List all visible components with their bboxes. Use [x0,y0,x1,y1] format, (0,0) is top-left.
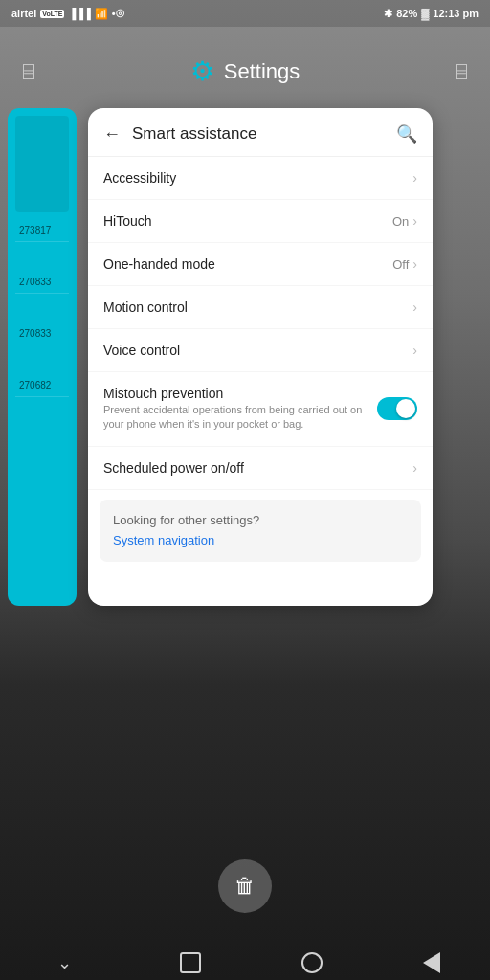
menu-label-motion: Motion control [103,300,405,315]
menu-item-one-handed[interactable]: One-handed mode Off › [88,243,433,286]
left-card-content: 273817 270833 270833 270682 [8,108,77,405]
time-label: 12:13 pm [433,8,479,19]
battery-percent: 82% [396,8,417,19]
menu-item-left-one-handed: One-handed mode [103,256,392,272]
signal-icon: ▐▐▐ [68,8,90,19]
smart-assistance-card: ← Smart assistance 🔍 Accessibility › HiT… [88,108,433,606]
menu-item-right-accessibility: › [412,170,417,186]
menu-item-accessibility[interactable]: Accessibility › [88,157,433,200]
settings-center: ⚙ Settings [190,56,301,87]
menu-item-right-motion: › [412,300,417,315]
back-button[interactable]: ← [103,124,121,145]
grid-right-icon[interactable]: ⌸ [456,60,467,82]
status-left: airtel VoLTE ▐▐▐ 📶 •⦾ [11,8,124,20]
menu-item-left-scheduled: Scheduled power on/off [103,460,412,476]
toggle-knob [396,399,415,418]
menu-item-left-voice: Voice control [103,343,412,358]
chevron-motion: › [412,300,417,315]
nav-down-button[interactable]: ⌄ [50,945,79,980]
mistouch-toggle[interactable] [377,397,417,420]
search-icon[interactable]: 🔍 [396,123,417,145]
chevron-voice: › [412,343,417,358]
menu-label-hitouch: HiTouch [103,213,385,229]
status-bar: airtel VoLTE ▐▐▐ 📶 •⦾ ✱ 82% ▓ 12:13 pm [0,0,490,27]
menu-item-voice-control[interactable]: Voice control › [88,329,433,372]
menu-label-scheduled: Scheduled power on/off [103,460,405,476]
menu-label-mistouch: Mistouch prevention [103,386,369,401]
menu-item-right-one-handed: Off › [392,256,417,272]
other-settings-box: Looking for other settings? System navig… [100,500,421,562]
wifi-icon: 📶 [95,8,108,20]
nav-back-button[interactable] [423,952,440,973]
carrier-label: airtel [11,8,36,19]
trash-container: 🗑 [218,859,272,913]
menu-label-one-handed: One-handed mode [103,256,385,272]
chevron-hitouch: › [412,213,417,229]
bottom-nav: ⌄ [0,936,490,980]
system-navigation-link[interactable]: System navigation [113,533,214,547]
nav-home-button[interactable] [180,952,201,973]
menu-item-left-motion: Motion control [103,300,412,315]
menu-item-hitouch[interactable]: HiTouch On › [88,200,433,243]
bluetooth-icon: ✱ [384,8,392,20]
main-area: ⌸ ⚙ Settings ⌸ 273817 270833 270833 2706… [0,36,490,980]
menu-item-motion-control[interactable]: Motion control › [88,286,433,329]
volte-badge: VoLTE [40,10,64,18]
menu-item-right-hitouch: On › [392,213,417,229]
menu-sublabel-mistouch: Prevent accidental operations from being… [103,403,369,433]
chevron-accessibility: › [412,170,417,186]
cards-area: 273817 270833 270833 270682 ← Smart assi… [0,108,490,606]
other-settings-label: Looking for other settings? [113,513,408,527]
gear-icon: ⚙ [190,56,214,87]
menu-item-right-mistouch [377,397,417,420]
left-row-4: 270682 [15,374,69,397]
menu-label-accessibility: Accessibility [103,170,405,186]
hotspot-icon: •⦾ [112,8,124,20]
hitouch-value: On [392,214,409,229]
menu-item-left-mistouch: Mistouch prevention Prevent accidental o… [103,386,377,433]
menu-item-left-accessibility: Accessibility [103,170,412,186]
status-right: ✱ 82% ▓ 12:13 pm [384,8,479,20]
chevron-scheduled: › [412,460,417,476]
chevron-one-handed: › [412,256,417,272]
one-handed-value: Off [392,257,409,272]
grid-left-icon[interactable]: ⌸ [23,60,34,82]
card-title: Smart assistance [132,124,385,144]
trash-icon: 🗑 [234,874,256,899]
menu-item-left-hitouch: HiTouch [103,213,392,229]
menu-item-scheduled-power[interactable]: Scheduled power on/off › [88,447,433,490]
menu-item-right-scheduled: › [412,460,417,476]
settings-header-row: ⌸ ⚙ Settings ⌸ [0,36,490,106]
left-app-card[interactable]: 273817 270833 270833 270682 [8,108,77,606]
trash-button[interactable]: 🗑 [218,859,272,913]
menu-item-right-voice: › [412,343,417,358]
nav-recents-button[interactable] [301,952,323,973]
battery-icon: ▓ [421,8,429,19]
settings-app-title: Settings [224,59,301,84]
menu-item-mistouch[interactable]: Mistouch prevention Prevent accidental o… [88,372,433,447]
left-row-2: 270833 [15,271,69,294]
menu-label-voice: Voice control [103,343,405,358]
left-row-1: 273817 [15,219,69,242]
left-row-3: 270833 [15,323,69,345]
card-header: ← Smart assistance 🔍 [88,108,433,157]
